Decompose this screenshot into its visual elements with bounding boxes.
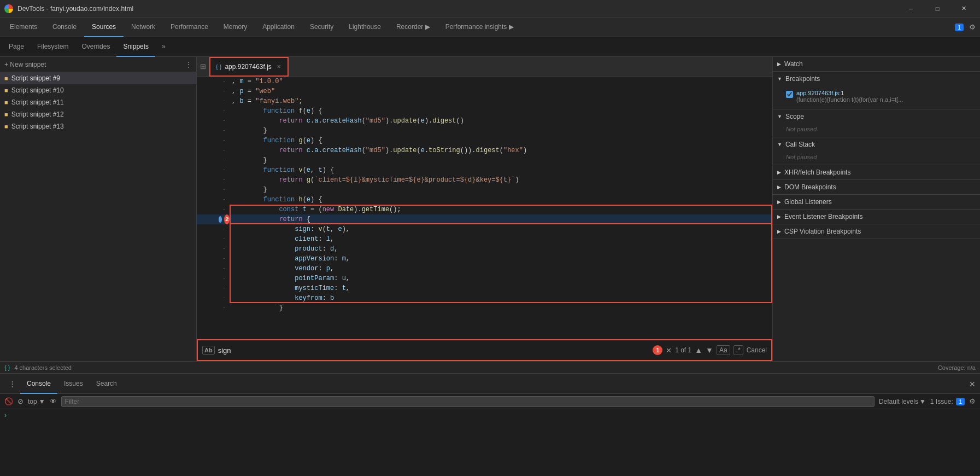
- code-line-2: -, b = "fanyi.web";: [197, 96, 772, 106]
- global-listeners-header[interactable]: ▶ Global Listeners: [773, 195, 980, 209]
- settings-icon[interactable]: ⚙: [969, 23, 976, 31]
- csp-label: CSP Violation Breakpoints: [784, 228, 861, 235]
- match-case-button[interactable]: Aa: [717, 345, 730, 355]
- tab-network[interactable]: Network: [124, 18, 163, 37]
- maximize-button[interactable]: □: [925, 0, 949, 18]
- code-line-3: - function f(e) {: [197, 106, 772, 116]
- sources-subtabs: Page Filesystem Overrides Snippets »: [0, 37, 980, 57]
- subtab-filesystem[interactable]: Filesystem: [31, 37, 75, 57]
- csp-section-header[interactable]: ▶ CSP Violation Breakpoints: [773, 224, 980, 239]
- line-arrow-16: -: [219, 234, 230, 244]
- call-stack-section-header[interactable]: ▼ Call Stack: [773, 137, 980, 152]
- breakpoints-section-header[interactable]: ▼ Breakpoints: [773, 72, 980, 86]
- subtab-more[interactable]: »: [155, 37, 172, 57]
- subtab-snippets[interactable]: Snippets: [116, 37, 155, 57]
- line-arrow-22: -: [219, 293, 230, 303]
- new-snippet-button[interactable]: + New snippet: [4, 61, 46, 68]
- search-next-button[interactable]: ▼: [706, 346, 713, 355]
- curly-icon[interactable]: { }: [4, 364, 10, 371]
- regex-button[interactable]: .*: [733, 345, 743, 355]
- tab-search-bottom[interactable]: Search: [90, 374, 124, 394]
- default-levels-label: Default levels: [879, 398, 918, 405]
- minimize-button[interactable]: ─: [899, 0, 923, 18]
- code-line-15: - sign: v(t, e),: [197, 224, 772, 234]
- global-listeners-section: ▶ Global Listeners: [773, 195, 980, 210]
- code-line-21: - mysticTime: t,: [197, 283, 772, 293]
- snippet-item-13[interactable]: ■ Script snippet #13: [0, 120, 196, 132]
- event-listeners-section: ▶ Event Listener Breakpoints: [773, 210, 980, 224]
- console-settings-icon[interactable]: ⚙: [969, 397, 976, 405]
- coverage-status: Coverage: n/a: [938, 364, 976, 371]
- tab-lighthouse[interactable]: Lighthouse: [341, 18, 389, 37]
- breakpoint-checkbox[interactable]: [786, 91, 793, 98]
- tab-performance[interactable]: Performance: [163, 18, 216, 37]
- code-line-6: - function g(e) {: [197, 136, 772, 146]
- tab-sources[interactable]: Sources: [84, 18, 124, 37]
- code-line-12: - function h(e) {: [197, 195, 772, 205]
- cancel-search-button[interactable]: Cancel: [747, 346, 767, 354]
- search-input[interactable]: [218, 346, 650, 355]
- line-code-17: product: d,: [230, 244, 772, 254]
- scope-section-header[interactable]: ▼ Scope: [773, 109, 980, 124]
- eye-icon[interactable]: 👁: [50, 397, 57, 405]
- close-bottom-panel[interactable]: ✕: [969, 380, 976, 388]
- default-levels-button[interactable]: Default levels ▼: [879, 398, 926, 405]
- line-code-8: }: [230, 155, 772, 165]
- snippet-icon-12: ■: [4, 111, 8, 118]
- line-arrow-9: -: [219, 165, 230, 175]
- event-listeners-header[interactable]: ▶ Event Listener Breakpoints: [773, 210, 980, 224]
- snippet-item-12[interactable]: ■ Script snippet #12: [0, 108, 196, 120]
- watch-section-header[interactable]: ▶ Watch: [773, 57, 980, 71]
- tab-application[interactable]: Application: [255, 18, 302, 37]
- clear-console-button[interactable]: 🚫: [4, 397, 13, 405]
- tab-elements[interactable]: Elements: [2, 18, 45, 37]
- global-listeners-label: Global Listeners: [784, 198, 832, 206]
- console-menu-icon[interactable]: ⋮: [4, 380, 20, 388]
- console-filter-input[interactable]: [61, 396, 875, 407]
- tab-issues-bottom[interactable]: Issues: [57, 374, 90, 394]
- tab-console-bottom[interactable]: Console: [20, 374, 57, 394]
- clear-search-icon[interactable]: ✕: [666, 346, 672, 355]
- watch-label: Watch: [784, 60, 803, 68]
- tab-console[interactable]: Console: [45, 18, 84, 37]
- code-editor[interactable]: -, m = "1.0.0"-, p = "web"-, b = "fanyi.…: [197, 77, 772, 339]
- notification-icon[interactable]: 1: [955, 24, 964, 31]
- line-arrow-8: -: [219, 155, 230, 165]
- breakpoint-dot: [219, 216, 222, 223]
- editor-file-tab[interactable]: { } app.9207463f.js ×: [209, 57, 289, 77]
- call-stack-section: ▼ Call Stack Not paused: [773, 137, 980, 165]
- editor-sidebar-toggle[interactable]: ⊞: [197, 62, 209, 71]
- line-arrow-3: -: [219, 106, 230, 116]
- tab-memory[interactable]: Memory: [216, 18, 255, 37]
- dom-section: ▶ DOM Breakpoints: [773, 180, 980, 195]
- block-icon[interactable]: ⊘: [17, 397, 24, 405]
- tab-performance-insights[interactable]: Performance insights ▶: [438, 18, 521, 37]
- line-code-9: function v(e, t) {: [230, 165, 772, 175]
- window-controls: ─ □ ✕: [899, 0, 976, 18]
- line-arrow-23: -: [219, 303, 230, 313]
- breakpoint-item: app.9207463f.js:1 (function(e){function …: [786, 88, 976, 105]
- snippet-item-11[interactable]: ■ Script snippet #11: [0, 96, 196, 108]
- context-selector[interactable]: top ▼: [28, 398, 45, 405]
- line-code-6: function g(e) {: [230, 136, 772, 146]
- tab-recorder[interactable]: Recorder ▶: [389, 18, 438, 37]
- match-case-icon[interactable]: Ab: [202, 346, 215, 355]
- close-button[interactable]: ✕: [952, 0, 976, 18]
- subtab-page[interactable]: Page: [2, 37, 31, 57]
- close-file-tab[interactable]: ×: [277, 63, 281, 71]
- line-arrow-14: 2: [219, 214, 230, 224]
- snippet-item-10[interactable]: ■ Script snippet #10: [0, 84, 196, 96]
- snippet-item-9[interactable]: ■ Script snippet #9: [0, 72, 196, 84]
- line-code-16: client: l,: [230, 234, 772, 244]
- tab-security[interactable]: Security: [302, 18, 341, 37]
- code-line-20: - pointParam: u,: [197, 274, 772, 283]
- xhr-section-header[interactable]: ▶ XHR/fetch Breakpoints: [773, 165, 980, 179]
- dom-section-header[interactable]: ▶ DOM Breakpoints: [773, 180, 980, 194]
- call-stack-chevron: ▼: [777, 142, 782, 147]
- search-prev-button[interactable]: ▲: [695, 346, 702, 355]
- line-arrow-13: -: [219, 205, 230, 214]
- sidebar-menu-button[interactable]: ⋮: [185, 61, 192, 68]
- subtab-overrides[interactable]: Overrides: [75, 37, 116, 57]
- code-line-8: - }: [197, 155, 772, 165]
- line-code-1: , p = "web": [230, 86, 772, 96]
